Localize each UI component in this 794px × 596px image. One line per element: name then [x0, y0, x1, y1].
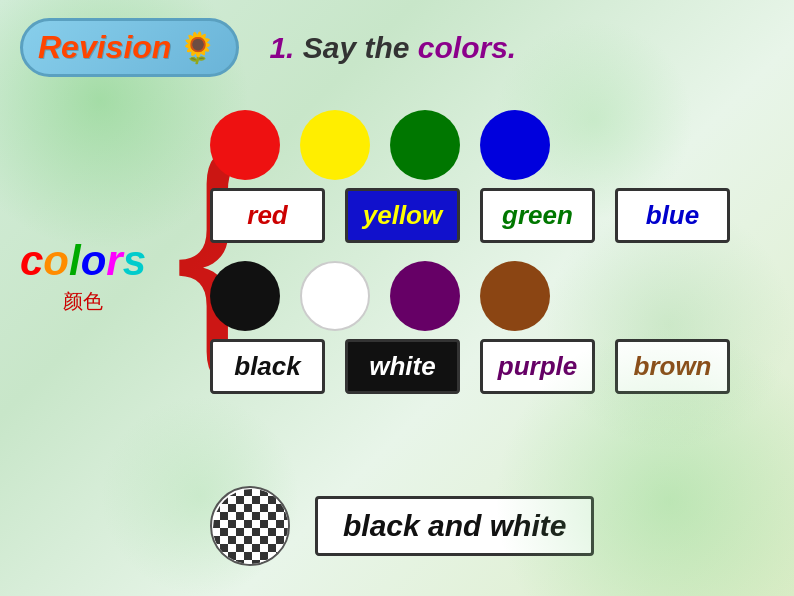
box-black-and-white: black and white [315, 496, 594, 556]
circle-white [300, 261, 370, 331]
letter-s: s [123, 237, 146, 284]
title-colors: colors. [418, 31, 516, 64]
header: Revision 🌻 1. Say the colors. [20, 18, 516, 77]
box-white: white [345, 339, 460, 394]
revision-label: Revision [38, 29, 171, 66]
letter-r: r [106, 237, 122, 284]
letter-o1: o [43, 237, 69, 284]
circle-red [210, 110, 280, 180]
box-yellow: yellow [345, 188, 460, 243]
labels-row-2: black white purple brown [210, 339, 770, 394]
box-blue: blue [615, 188, 730, 243]
title-text: Say the [303, 31, 418, 64]
letter-o2: o [81, 237, 107, 284]
labels-row-1: red yellow green blue [210, 188, 770, 243]
circles-row-1 [210, 110, 770, 180]
colors-label-section: colors 颜色 [20, 240, 146, 315]
revision-badge: Revision 🌻 [20, 18, 239, 77]
chinese-label: 颜色 [63, 288, 103, 315]
colors-word: colors [20, 240, 146, 282]
box-purple: purple [480, 339, 595, 394]
letter-c: c [20, 237, 43, 284]
circle-brown [480, 261, 550, 331]
title-number: 1. [269, 31, 302, 64]
circle-yellow [300, 110, 370, 180]
main-content: red yellow green blue black white purple… [210, 110, 770, 399]
page-title: 1. Say the colors. [269, 31, 516, 65]
circles-row-2 [210, 261, 770, 331]
circle-green [390, 110, 460, 180]
bottom-section: black and white [210, 486, 594, 566]
letter-l: l [69, 237, 81, 284]
checkerboard-canvas [212, 488, 290, 566]
circle-blue [480, 110, 550, 180]
circle-purple [390, 261, 460, 331]
box-brown: brown [615, 339, 730, 394]
sunflower-icon: 🌻 [179, 30, 216, 65]
box-black: black [210, 339, 325, 394]
box-red: red [210, 188, 325, 243]
circle-black [210, 261, 280, 331]
box-green: green [480, 188, 595, 243]
checkerboard-circle [210, 486, 290, 566]
